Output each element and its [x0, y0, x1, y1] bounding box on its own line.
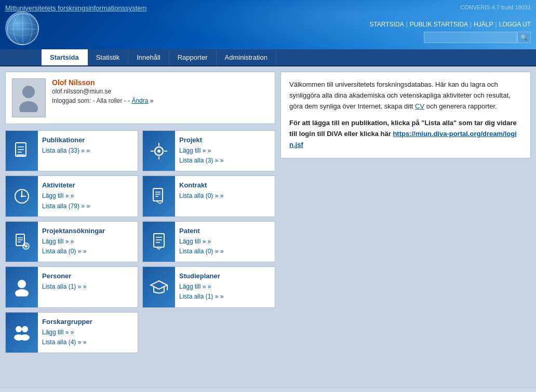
card-icon-aktiviteter [6, 176, 38, 216]
card-title-projektansokningar: Projektansökningar [42, 227, 132, 235]
svg-point-5 [22, 86, 35, 98]
search-button[interactable]: 🔍 [517, 32, 531, 43]
nav-help[interactable]: HJÄLP [474, 21, 493, 28]
user-email: olof.nilsson@miun.se [52, 88, 269, 95]
tab-administration[interactable]: Administration [217, 49, 276, 65]
sep1: | [406, 21, 408, 28]
avatar [12, 78, 46, 117]
sep3: | [495, 21, 497, 28]
top-nav: STARTSIDA | PUBLIK STARTSIDA | HJÄLP | L… [369, 21, 531, 28]
user-name: Olof Nilsson [52, 78, 269, 87]
svg-rect-33 [154, 234, 164, 247]
svg-rect-11 [17, 154, 25, 156]
card-icon-personer [6, 267, 38, 307]
card-title-kontrakt: Kontrakt [179, 181, 270, 189]
list-all-kontrakt[interactable]: Lista alla (0) » [179, 191, 270, 201]
svg-point-41 [22, 326, 28, 332]
tab-rapporter[interactable]: Rapporter [169, 49, 217, 65]
card-icon-projektansokningar [6, 222, 38, 262]
list-all-aktiviteter[interactable]: Lista alla (79) » [42, 201, 132, 211]
card-projekt: Projekt Lägg till » Lista alla (3) » [142, 130, 275, 171]
add-forskargrupper[interactable]: Lägg till » [42, 328, 132, 337]
card-icon-forskargrupper [6, 313, 38, 353]
card-studieplaner: Studieplaner Lägg till » Lista alla (1) … [142, 266, 275, 307]
card-title-patent: Patent [179, 227, 270, 235]
card-icon-publikationer [6, 131, 38, 171]
right-panel: Välkommen till universitetets forsknings… [280, 72, 531, 383]
svg-point-6 [19, 101, 38, 112]
card-title-studieplaner: Studieplaner [179, 272, 270, 280]
card-forskargrupper: Forskargrupper Lägg till » Lista alla (4… [5, 312, 138, 353]
svg-point-13 [157, 150, 160, 153]
card-projektansokningar: Projektansökningar Lägg till » Lista all… [5, 221, 138, 262]
list-all-publikationer[interactable]: Lista alla (33) » [42, 146, 132, 156]
add-studieplaner[interactable]: Lägg till » [179, 282, 270, 292]
add-patent[interactable]: Lägg till » [179, 237, 270, 247]
nav-publik[interactable]: PUBLIK STARTSIDA [410, 21, 468, 28]
card-title-projekt: Projekt [179, 136, 270, 144]
sep2: | [470, 21, 472, 28]
nav-startsida[interactable]: STARTSIDA [369, 21, 404, 28]
search-bar: 🔍 [424, 32, 531, 43]
card-publikationer: Publikationer Lista alla (33) » [5, 130, 138, 171]
app-title[interactable]: Mittuniversitetets forskningsinformation… [5, 4, 146, 12]
card-aktiviteter: Aktiviteter Lägg till » Lista alla (79) … [5, 175, 138, 217]
card-icon-kontrakt [143, 176, 175, 216]
card-title-aktiviteter: Aktiviteter [42, 181, 132, 189]
tab-startsida[interactable]: Startsida [42, 49, 88, 65]
card-icon-studieplaner [143, 267, 175, 307]
card-title-publikationer: Publikationer [42, 136, 132, 144]
add-projekt[interactable]: Lägg till » [179, 146, 270, 156]
user-card: Olof Nilsson olof.nilsson@miun.se Inlogg… [5, 72, 275, 124]
svg-point-37 [18, 280, 26, 288]
list-all-forskargrupper[interactable]: Lista alla (4) » [42, 337, 132, 347]
welcome-text: Välkommen till universitetets forsknings… [289, 79, 522, 112]
list-all-projektansokningar[interactable]: Lista alla (0) » [42, 247, 132, 256]
user-info: Olof Nilsson olof.nilsson@miun.se Inlogg… [52, 78, 269, 117]
cv-link[interactable]: CV [415, 102, 424, 110]
add-projektansokningar[interactable]: Lägg till » [42, 237, 132, 247]
welcome-bold: För att lägga till en publikation, klick… [289, 118, 522, 150]
card-personer: Personer Lista alla (1) » [5, 266, 138, 307]
card-title-personer: Personer [42, 272, 132, 280]
avatar-icon [17, 84, 41, 112]
card-icon-patent [143, 222, 175, 262]
add-aktiviteter[interactable]: Lägg till » [42, 191, 132, 201]
tab-statistik[interactable]: Statistik [88, 49, 129, 65]
tab-innehall[interactable]: Innehåll [128, 49, 169, 65]
welcome-box: Välkommen till universitetets forsknings… [280, 72, 531, 158]
svg-point-38 [15, 289, 29, 296]
change-role-link[interactable]: Ändra [131, 97, 148, 104]
svg-point-43 [20, 334, 30, 341]
svg-point-21 [21, 195, 23, 197]
card-kontrakt: Kontrakt Lista alla (0) » [142, 175, 275, 217]
card-icon-projekt [143, 131, 175, 171]
search-input[interactable] [424, 32, 517, 43]
nav-logout[interactable]: LOGGA UT [499, 21, 531, 28]
globe-icon [5, 11, 39, 45]
list-all-studieplaner[interactable]: Lista alla (1) » [179, 292, 270, 302]
card-patent: Patent Lägg till » Lista alla (0) » [142, 221, 275, 262]
svg-point-40 [16, 326, 22, 332]
main-nav: Startsida Statistik Innehåll Rapporter A… [0, 49, 536, 66]
content: Olof Nilsson olof.nilsson@miun.se Inlogg… [0, 66, 536, 388]
list-all-projekt[interactable]: Lista alla (3) » [179, 156, 270, 166]
version-info: CONVERIS 4.7 build 18031 [460, 4, 531, 10]
cards-grid: Publikationer Lista alla (33) » Projekt [5, 130, 275, 353]
top-bar: Mittuniversitetets forskningsinformation… [0, 0, 536, 49]
diva-link[interactable]: https://miun.diva-portal.org/dream/login… [289, 130, 517, 148]
list-all-personer[interactable]: Lista alla (1) » [42, 282, 132, 292]
user-role: Inloggad som: - Alla roller - - Ändra » [52, 97, 269, 104]
svg-rect-22 [153, 188, 163, 201]
left-panel: Olof Nilsson olof.nilsson@miun.se Inlogg… [5, 72, 275, 383]
list-all-patent[interactable]: Lista alla (0) » [179, 247, 270, 256]
role-text: Inloggad som: - Alla roller - [52, 97, 126, 104]
card-title-forskargrupper: Forskargrupper [42, 318, 132, 326]
